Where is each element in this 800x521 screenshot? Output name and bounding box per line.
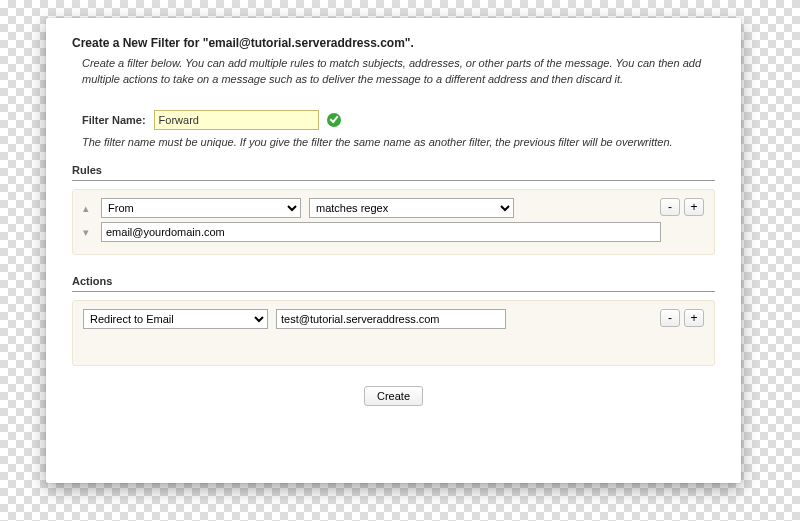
action-add-button[interactable]: + (684, 309, 704, 327)
filter-form-panel: Create a New Filter for "email@tutorial.… (46, 18, 741, 483)
rules-block: ▴ From matches regex ▾ - + (72, 189, 715, 255)
filter-name-input[interactable] (154, 110, 319, 130)
actions-divider (72, 291, 715, 292)
action-row: Redirect to Email (83, 309, 704, 329)
action-remove-button[interactable]: - (660, 309, 680, 327)
rule-value-row: ▾ (83, 222, 704, 242)
rule-subject-select[interactable]: From (101, 198, 301, 218)
page-title: Create a New Filter for "email@tutorial.… (72, 36, 715, 50)
rule-operator-select[interactable]: matches regex (309, 198, 514, 218)
check-ok-icon (327, 113, 341, 127)
rules-add-remove: - + (660, 198, 704, 216)
filter-name-row: Filter Name: (82, 110, 715, 130)
rule-row: ▴ From matches regex (83, 198, 704, 218)
arrow-up-icon[interactable]: ▴ (83, 203, 93, 213)
actions-add-remove: - + (660, 309, 704, 327)
actions-block: Redirect to Email - + (72, 300, 715, 366)
actions-heading: Actions (72, 275, 715, 287)
rule-add-button[interactable]: + (684, 198, 704, 216)
rules-divider (72, 180, 715, 181)
rule-remove-button[interactable]: - (660, 198, 680, 216)
action-target-input[interactable] (276, 309, 506, 329)
rules-heading: Rules (72, 164, 715, 176)
rule-value-input[interactable] (101, 222, 661, 242)
arrow-down-icon[interactable]: ▾ (83, 227, 93, 237)
intro-text: Create a filter below. You can add multi… (82, 56, 715, 88)
action-select[interactable]: Redirect to Email (83, 309, 268, 329)
filter-name-label: Filter Name: (82, 114, 146, 126)
filter-name-note: The filter name must be unique. If you g… (82, 136, 715, 148)
create-wrap: Create (72, 386, 715, 406)
create-button[interactable]: Create (364, 386, 423, 406)
